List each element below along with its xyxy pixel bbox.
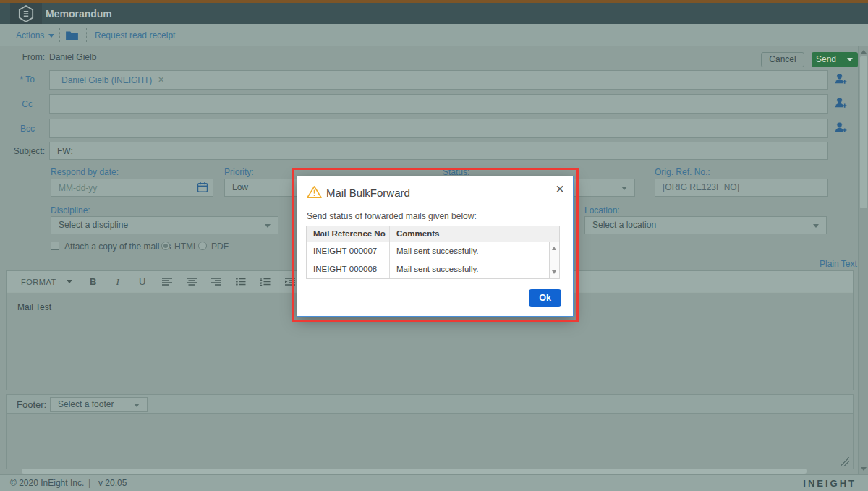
memorandum-compose-screen: Memorandum Actions Request read receipt … [0,0,868,491]
bullet-list-icon[interactable] [229,271,253,293]
dialog-title: Mail BulkForward [326,187,410,199]
orig-ref-field[interactable]: [ORIG RE123F NO] [655,179,828,197]
chevron-down-icon [621,187,627,190]
table-cell-comment: Mail sent successfully. [390,260,549,278]
scroll-down-icon[interactable] [861,467,867,471]
calendar-icon[interactable] [197,182,208,193]
format-dropdown[interactable]: FORMAT [21,278,56,286]
send-options-button[interactable] [841,52,858,67]
toolbar-divider [59,28,60,42]
align-left-icon[interactable] [155,271,179,293]
table-header-scroll-spacer [549,226,559,242]
footer-label: Footer: [17,399,46,410]
bold-button[interactable]: B [81,271,106,293]
send-split-button[interactable]: Send [812,52,858,67]
cc-label: Cc [0,99,33,109]
table-header-mail-ref: Mail Reference No [307,226,390,242]
italic-button[interactable]: I [106,271,130,293]
respond-by-date-label: Respond by date: [51,167,119,177]
chevron-down-icon [265,224,271,228]
resize-grip-icon[interactable] [841,457,849,466]
add-cc-contact-button[interactable] [834,97,848,108]
discipline-label: Discipline: [51,205,90,215]
footer-row: Footer: Select a footer [6,394,854,414]
respond-by-date-input[interactable] [51,179,213,197]
close-icon[interactable]: × [556,181,564,197]
chevron-down-icon [813,224,819,228]
mail-body-text: Mail Test [17,302,51,312]
chevron-down-icon [48,34,54,38]
underline-button[interactable]: U [130,271,155,293]
remove-recipient-icon[interactable]: × [158,74,163,85]
recipient-chip[interactable]: Daniel Gielb (INEIGHT)× [50,75,164,85]
add-person-icon [834,121,848,133]
toolbar-divider [86,28,87,42]
actions-menu-button[interactable]: Actions [16,30,54,40]
vertical-scrollbar-thumb[interactable] [860,56,867,208]
app-logo[interactable] [10,3,42,24]
numbered-list-icon[interactable] [253,271,278,293]
warning-icon [307,185,322,199]
copyright-text: © 2020 InEight Inc. [10,478,84,488]
add-bcc-contact-button[interactable] [834,121,848,133]
from-label: From: [0,52,45,62]
folder-button[interactable] [65,30,79,40]
table-cell-ref: INEIGHT-000008 [307,260,390,278]
attach-html-radio[interactable] [161,242,170,250]
horizontal-scrollbar[interactable] [22,469,807,474]
app-header: Memorandum [0,3,868,24]
cancel-button[interactable]: Cancel [761,52,804,67]
table-scrollbar[interactable] [549,242,559,278]
align-right-icon[interactable] [204,271,229,293]
chevron-down-icon [134,404,140,407]
scroll-up-icon[interactable] [552,247,556,250]
chevron-down-icon [847,58,853,61]
ok-button[interactable]: Ok [529,289,561,307]
location-select[interactable]: Select a location [584,216,827,234]
subject-label: Subject: [0,146,45,156]
ineight-wordmark: INEIGHT [803,478,856,489]
ineight-hexagon-icon [18,5,34,22]
statusbar-separator: | [88,478,90,488]
align-center-icon[interactable] [179,271,204,293]
to-label: * To [0,74,35,85]
discipline-select[interactable]: Select a discipline [51,216,278,234]
scroll-down-icon[interactable] [552,270,556,274]
request-read-receipt-link[interactable]: Request read receipt [95,30,175,40]
from-value: Daniel Gielb [49,52,96,62]
scroll-up-icon[interactable] [861,50,867,54]
vertical-scrollbar[interactable] [858,46,868,474]
to-field[interactable]: Daniel Gielb (INEIGHT)× [49,70,828,90]
footer-textarea[interactable] [6,414,854,469]
priority-label: Priority: [224,167,254,177]
compose-toolbar: Actions Request read receipt Cancel Send [0,24,868,46]
folder-icon [65,30,79,40]
attach-pdf-radio[interactable] [198,242,207,250]
version-link[interactable]: v 20.05 [98,478,127,488]
location-label: Location: [584,205,620,215]
add-to-contact-button[interactable] [834,73,848,85]
bcc-field[interactable] [49,119,828,138]
send-button[interactable]: Send [812,52,841,67]
attach-html-label: HTML [174,242,198,252]
attach-copy-label: Attach a copy of the mail as [64,242,171,252]
bcc-label: Bcc [0,124,35,134]
dialog-message: Send status of forwarded mails given bel… [307,211,477,221]
orig-ref-label: Orig. Ref. No.: [655,167,710,177]
attach-pdf-label: PDF [211,242,229,252]
cc-field[interactable] [49,94,828,114]
table-header-comments: Comments [390,226,549,242]
mail-bulkforward-dialog: Mail BulkForward × Send status of forwar… [297,176,574,317]
status-bar: © 2020 InEight Inc. | v 20.05 INEIGHT [0,474,868,491]
footer-select[interactable]: Select a footer [50,397,148,412]
subject-input[interactable] [49,142,828,160]
send-status-table: Mail Reference No Comments INEIGHT-00000… [306,226,560,279]
add-person-icon [834,97,848,108]
attach-copy-checkbox[interactable] [51,242,59,250]
chevron-down-icon [67,280,72,283]
table-cell-comment: Mail sent successfully. [390,242,549,260]
add-person-icon [834,73,848,85]
table-cell-ref: INEIGHT-000007 [307,242,390,260]
page-title: Memorandum [46,8,112,20]
plain-text-link[interactable]: Plain Text [820,259,857,269]
